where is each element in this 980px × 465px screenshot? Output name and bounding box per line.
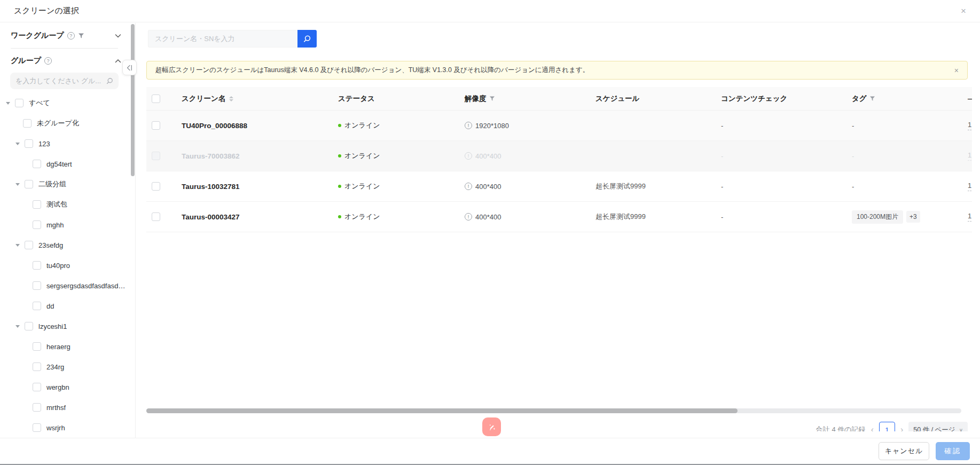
sidebar-scrollbar[interactable]	[131, 24, 135, 176]
help-icon[interactable]: ?	[44, 57, 52, 65]
prev-page-icon[interactable]: ‹	[871, 425, 874, 431]
filter-funnel-icon[interactable]	[489, 96, 495, 101]
content-check-cell: -	[712, 111, 843, 140]
help-icon[interactable]: ?	[67, 32, 75, 40]
magic-pen-icon	[486, 421, 498, 433]
sidebar-collapse-button[interactable]	[122, 60, 137, 75]
tree-item[interactable]: 二级分组	[0, 174, 131, 194]
tree-item[interactable]: wsrjrh	[0, 417, 131, 438]
chevron-down-icon[interactable]	[115, 34, 121, 38]
tree-item[interactable]: dd	[0, 296, 131, 316]
row-checkbox	[152, 152, 160, 160]
tree-item[interactable]: sergsergsdasdfasdfasdfas...	[0, 275, 131, 296]
tree-item-ungrouped[interactable]: 未グループ化	[0, 113, 131, 133]
tree-checkbox[interactable]	[33, 423, 41, 432]
resolution-text: 400*400	[475, 152, 501, 160]
tree-checkbox[interactable]	[33, 302, 41, 310]
next-page-icon[interactable]: ›	[900, 425, 903, 431]
screen-search-placeholder: スクリーン名・SNを入力	[155, 34, 235, 44]
tree-checkbox[interactable]	[33, 160, 41, 168]
confirm-button[interactable]: 確認	[936, 442, 970, 460]
table-row[interactable]: Taurus-10032781 オンライン !400*400 超长屏测试9999…	[146, 171, 972, 202]
count-link[interactable]: 1	[968, 182, 971, 191]
tree-checkbox[interactable]	[25, 241, 33, 249]
tree-item[interactable]: dg54tert	[0, 154, 131, 174]
tree-item[interactable]: 23sefdg	[0, 235, 131, 255]
chevron-up-icon[interactable]	[115, 59, 121, 64]
alert-close-icon[interactable]: ×	[954, 67, 959, 74]
tree-checkbox[interactable]	[33, 261, 41, 270]
cancel-button[interactable]: キャンセル	[879, 442, 929, 460]
caret-down-icon[interactable]	[15, 244, 20, 247]
ai-assistant-button[interactable]	[482, 417, 501, 436]
tag-chip[interactable]: 100-200M图片	[852, 210, 903, 224]
search-icon	[106, 77, 113, 85]
tree-item[interactable]: mghh	[0, 215, 131, 235]
schedule-cell: 超长屏测试9999	[587, 171, 712, 201]
resolution-info-icon[interactable]: !	[465, 122, 472, 129]
tree-checkbox[interactable]	[23, 119, 32, 128]
count-link[interactable]: 1	[968, 121, 971, 130]
sort-icon[interactable]	[229, 96, 233, 101]
resolution-info-icon[interactable]: !	[465, 183, 472, 190]
group-section-header[interactable]: グループ ?	[11, 54, 121, 67]
tree-checkbox[interactable]	[33, 362, 41, 371]
caret-down-icon[interactable]	[6, 102, 10, 105]
tree-checkbox[interactable]	[25, 139, 33, 148]
tree-item[interactable]: 123	[0, 133, 131, 154]
tree-item[interactable]: mrthsf	[0, 397, 131, 417]
tree-checkbox[interactable]	[33, 342, 41, 351]
tree-item-label: wsrjrh	[46, 424, 65, 432]
tag-cell: -	[843, 171, 957, 201]
row-checkbox[interactable]	[152, 182, 160, 191]
tree-item[interactable]: lzyceshi1	[0, 316, 131, 336]
filter-funnel-icon[interactable]	[78, 33, 84, 39]
table-row[interactable]: TU40Pro_00006888 オンライン !1920*1080 - - 1	[146, 111, 972, 141]
row-checkbox[interactable]	[152, 212, 160, 221]
select-all-checkbox[interactable]	[152, 94, 160, 103]
search-button[interactable]	[297, 30, 317, 48]
column-resolution[interactable]: 解像度	[456, 87, 587, 110]
close-icon[interactable]: ×	[961, 6, 966, 15]
current-page-button[interactable]: 1	[879, 422, 895, 431]
workgroup-section-header[interactable]: ワークグループ ?	[11, 29, 121, 42]
tag-more-chip[interactable]: +3	[906, 211, 920, 223]
resolution-text: 1920*1080	[475, 122, 509, 130]
tree-item[interactable]: 测试包	[0, 194, 131, 215]
tree-checkbox[interactable]	[15, 99, 23, 107]
page-size-select[interactable]: 50 件 / ページ ∨	[908, 422, 968, 431]
table-row[interactable]: Taurus-00003427 オンライン !400*400 超长屏测试9999…	[146, 202, 972, 232]
count-link[interactable]: 1	[968, 212, 971, 222]
page-title: スクリーンの選択	[14, 6, 79, 16]
tree-item-label: すべて	[29, 98, 50, 108]
group-search-placeholder: を入力してください グル...	[15, 76, 103, 86]
horizontal-scrollbar-thumb[interactable]	[146, 408, 738, 413]
horizontal-scrollbar-track[interactable]	[146, 408, 961, 413]
resolution-info-icon[interactable]: !	[465, 213, 472, 220]
tree-checkbox[interactable]	[25, 322, 33, 330]
group-label: グループ	[11, 56, 41, 66]
tree-item[interactable]: wergbn	[0, 377, 131, 397]
row-checkbox[interactable]	[152, 121, 160, 130]
tree-item[interactable]: heraerg	[0, 336, 131, 357]
filter-funnel-icon[interactable]	[869, 96, 875, 101]
caret-down-icon[interactable]	[15, 325, 20, 328]
tree-item[interactable]: 234rg	[0, 357, 131, 377]
group-search-input[interactable]: を入力してください グル...	[10, 73, 119, 89]
column-tag[interactable]: タグ	[843, 87, 957, 110]
screen-search-input[interactable]: スクリーン名・SNを入力	[148, 30, 297, 48]
tree-item-label: mghh	[46, 221, 64, 229]
caret-down-icon[interactable]	[15, 183, 20, 186]
tree-checkbox[interactable]	[33, 200, 41, 209]
tree-checkbox[interactable]	[33, 403, 41, 412]
tree-checkbox[interactable]	[33, 383, 41, 391]
tree-checkbox[interactable]	[25, 180, 33, 188]
collapse-left-icon	[127, 65, 132, 71]
column-extra-clipped: —	[957, 87, 972, 110]
column-screen-name[interactable]: スクリーン名	[173, 87, 330, 110]
tree-checkbox[interactable]	[33, 220, 41, 229]
tree-item-all[interactable]: すべて	[0, 93, 131, 113]
tree-item[interactable]: tu40pro	[0, 255, 131, 275]
tree-checkbox[interactable]	[33, 281, 41, 290]
caret-down-icon[interactable]	[15, 143, 20, 145]
